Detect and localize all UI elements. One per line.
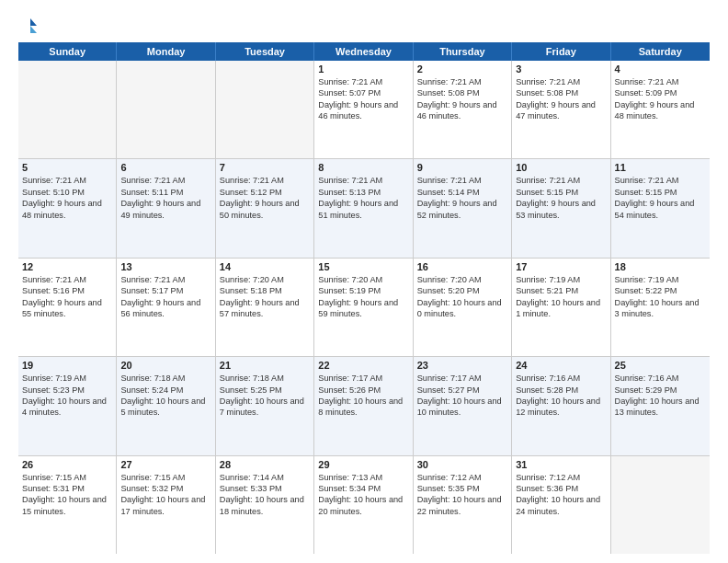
cell-text: Daylight: 9 hours and 46 minutes. [417, 99, 507, 122]
cell-text: Sunset: 5:13 PM [318, 187, 408, 198]
calendar-cell: 14Sunrise: 7:20 AMSunset: 5:18 PMDayligh… [216, 259, 314, 356]
cell-text: Sunset: 5:23 PM [22, 385, 112, 396]
calendar-cell [611, 456, 710, 554]
day-number: 22 [318, 360, 408, 371]
cell-text: Sunset: 5:33 PM [220, 483, 310, 494]
day-number: 9 [417, 162, 507, 173]
day-number: 25 [615, 360, 706, 371]
weekday-header: Sunday [18, 42, 117, 61]
calendar-body: 1Sunrise: 7:21 AMSunset: 5:07 PMDaylight… [18, 61, 710, 554]
cell-text: Daylight: 9 hours and 53 minutes. [516, 198, 606, 221]
cell-text: Sunrise: 7:14 AM [220, 472, 310, 483]
cell-text: Daylight: 9 hours and 48 minutes. [22, 198, 112, 221]
cell-text: Daylight: 10 hours and 8 minutes. [318, 396, 408, 419]
cell-text: Sunset: 5:22 PM [615, 285, 706, 296]
day-number: 29 [318, 459, 408, 470]
cell-text: Daylight: 10 hours and 3 minutes. [615, 297, 706, 320]
calendar-cell: 11Sunrise: 7:21 AMSunset: 5:15 PMDayligh… [611, 159, 710, 257]
cell-text: Sunrise: 7:12 AM [516, 472, 606, 483]
day-number: 1 [318, 63, 408, 75]
calendar-cell: 30Sunrise: 7:12 AMSunset: 5:35 PMDayligh… [414, 456, 512, 554]
cell-text: Daylight: 10 hours and 10 minutes. [417, 396, 507, 419]
calendar-cell: 18Sunrise: 7:19 AMSunset: 5:22 PMDayligh… [611, 259, 710, 356]
day-number: 8 [318, 162, 408, 173]
cell-text: Sunset: 5:34 PM [318, 483, 408, 494]
cell-text: Sunset: 5:08 PM [516, 87, 606, 98]
calendar-cell: 12Sunrise: 7:21 AMSunset: 5:16 PMDayligh… [18, 259, 117, 356]
cell-text: Sunset: 5:12 PM [220, 187, 310, 198]
cell-text: Sunrise: 7:13 AM [318, 472, 408, 483]
header [18, 17, 710, 37]
calendar-cell: 19Sunrise: 7:19 AMSunset: 5:23 PMDayligh… [18, 357, 117, 454]
cell-text: Sunrise: 7:21 AM [22, 175, 112, 186]
calendar-cell: 1Sunrise: 7:21 AMSunset: 5:07 PMDaylight… [314, 61, 413, 158]
day-number: 3 [516, 63, 606, 75]
weekday-header: Monday [117, 42, 215, 61]
cell-text: Daylight: 10 hours and 4 minutes. [22, 396, 112, 419]
cell-text: Sunrise: 7:18 AM [220, 373, 310, 384]
cell-text: Sunrise: 7:20 AM [318, 274, 408, 285]
day-number: 26 [22, 459, 112, 470]
day-number: 30 [417, 459, 507, 470]
cell-text: Daylight: 9 hours and 50 minutes. [220, 198, 310, 221]
calendar-cell [18, 61, 117, 158]
cell-text: Daylight: 9 hours and 46 minutes. [318, 99, 408, 122]
cell-text: Sunrise: 7:21 AM [417, 76, 507, 87]
cell-text: Daylight: 10 hours and 22 minutes. [417, 494, 507, 517]
cell-text: Sunset: 5:20 PM [417, 285, 507, 296]
cell-text: Daylight: 10 hours and 1 minute. [516, 297, 606, 320]
calendar-cell: 7Sunrise: 7:21 AMSunset: 5:12 PMDaylight… [216, 159, 314, 257]
cell-text: Sunset: 5:15 PM [516, 187, 606, 198]
cell-text: Daylight: 9 hours and 49 minutes. [120, 198, 210, 221]
day-number: 27 [120, 459, 210, 470]
day-number: 19 [22, 360, 112, 371]
cell-text: Sunrise: 7:12 AM [417, 472, 507, 483]
cell-text: Daylight: 9 hours and 52 minutes. [417, 198, 507, 221]
calendar-cell: 5Sunrise: 7:21 AMSunset: 5:10 PMDaylight… [18, 159, 117, 257]
calendar-cell: 29Sunrise: 7:13 AMSunset: 5:34 PMDayligh… [314, 456, 413, 554]
calendar-cell: 28Sunrise: 7:14 AMSunset: 5:33 PMDayligh… [216, 456, 314, 554]
day-number: 13 [120, 261, 210, 272]
calendar-cell: 10Sunrise: 7:21 AMSunset: 5:15 PMDayligh… [512, 159, 610, 257]
calendar-cell: 4Sunrise: 7:21 AMSunset: 5:09 PMDaylight… [611, 61, 710, 158]
cell-text: Daylight: 10 hours and 24 minutes. [516, 494, 606, 517]
calendar-cell: 2Sunrise: 7:21 AMSunset: 5:08 PMDaylight… [414, 61, 512, 158]
day-number: 11 [615, 162, 706, 173]
day-number: 21 [220, 360, 310, 371]
cell-text: Daylight: 10 hours and 7 minutes. [220, 396, 310, 419]
day-number: 28 [220, 459, 310, 470]
day-number: 24 [516, 360, 606, 371]
cell-text: Sunrise: 7:21 AM [516, 175, 606, 186]
day-number: 5 [22, 162, 112, 173]
cell-text: Sunrise: 7:17 AM [318, 373, 408, 384]
cell-text: Sunrise: 7:21 AM [120, 175, 210, 186]
cell-text: Sunset: 5:35 PM [417, 483, 507, 494]
calendar-cell: 6Sunrise: 7:21 AMSunset: 5:11 PMDaylight… [117, 159, 215, 257]
day-number: 10 [516, 162, 606, 173]
day-number: 31 [516, 459, 606, 470]
cell-text: Sunrise: 7:21 AM [220, 175, 310, 186]
cell-text: Sunset: 5:19 PM [318, 285, 408, 296]
cell-text: Sunset: 5:09 PM [615, 87, 706, 98]
cell-text: Sunrise: 7:21 AM [615, 175, 706, 186]
calendar: SundayMondayTuesdayWednesdayThursdayFrid… [18, 42, 710, 554]
cell-text: Daylight: 10 hours and 17 minutes. [120, 494, 210, 517]
calendar-header: SundayMondayTuesdayWednesdayThursdayFrid… [18, 42, 710, 61]
calendar-week: 12Sunrise: 7:21 AMSunset: 5:16 PMDayligh… [18, 259, 710, 357]
logo [18, 17, 41, 37]
cell-text: Sunrise: 7:20 AM [220, 274, 310, 285]
cell-text: Daylight: 10 hours and 13 minutes. [615, 396, 706, 419]
calendar-cell [216, 61, 314, 158]
cell-text: Sunset: 5:16 PM [22, 285, 112, 296]
cell-text: Sunset: 5:36 PM [516, 483, 606, 494]
calendar-cell: 15Sunrise: 7:20 AMSunset: 5:19 PMDayligh… [314, 259, 413, 356]
weekday-header: Tuesday [216, 42, 314, 61]
svg-marker-0 [30, 18, 37, 26]
day-number: 2 [417, 63, 507, 75]
calendar-week: 5Sunrise: 7:21 AMSunset: 5:10 PMDaylight… [18, 159, 710, 258]
cell-text: Sunrise: 7:20 AM [417, 274, 507, 285]
cell-text: Sunrise: 7:21 AM [615, 76, 706, 87]
cell-text: Sunset: 5:17 PM [120, 285, 210, 296]
page: SundayMondayTuesdayWednesdayThursdayFrid… [0, 0, 728, 563]
cell-text: Daylight: 10 hours and 5 minutes. [120, 396, 210, 419]
